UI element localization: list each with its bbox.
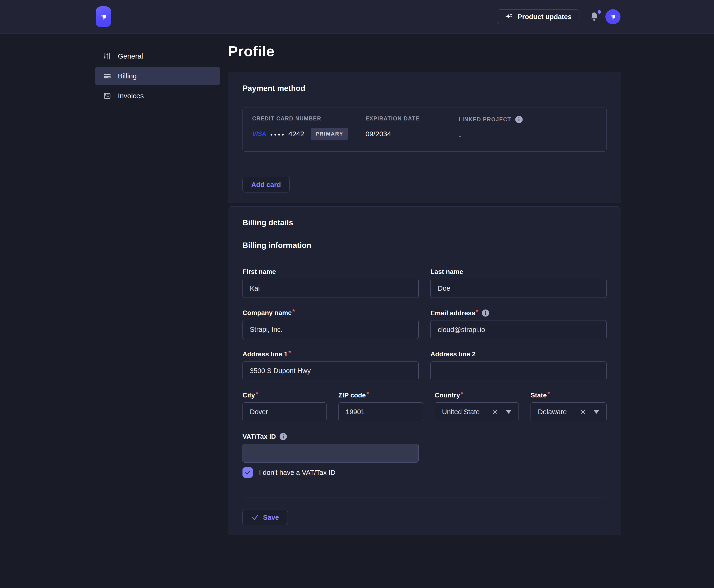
- country-field: Country * United State: [435, 392, 519, 421]
- input-value: Kai: [250, 285, 260, 292]
- divider: [243, 498, 607, 498]
- city-label: City *: [243, 392, 327, 399]
- settings-sidebar: General Billing: [95, 47, 220, 105]
- info-icon[interactable]: [515, 115, 523, 124]
- city-zip-country-state-row: City * Dover ZIP code * 19901 Country: [243, 392, 607, 421]
- header-actions: Product updates: [497, 9, 621, 24]
- credit-card-number-value: VISA •••• 4242 PRIMARY: [252, 127, 365, 141]
- required-asterisk: *: [547, 390, 550, 398]
- sparkles-icon: [505, 13, 513, 21]
- city-field: City * Dover: [243, 392, 327, 421]
- company-email-row: Company name * Strapi, Inc. Email addres…: [243, 309, 607, 339]
- user-avatar[interactable]: [605, 9, 621, 24]
- app-screen: Product updates: [0, 0, 714, 588]
- chevron-down-icon[interactable]: [506, 410, 511, 414]
- first-name-input[interactable]: Kai: [243, 279, 419, 298]
- chevron-down-icon[interactable]: [593, 410, 599, 414]
- company-name-field: Company name * Strapi, Inc.: [243, 309, 419, 339]
- zip-code-label: ZIP code *: [338, 392, 423, 399]
- last-name-input[interactable]: Doe: [430, 279, 607, 298]
- label-text: Country: [435, 392, 460, 399]
- notification-dot: [597, 10, 601, 14]
- address-line-2-label: Address line 2: [430, 351, 607, 358]
- label-text: Company name: [243, 309, 292, 317]
- first-name-label: First name: [243, 268, 419, 276]
- label-text: Address line 2: [430, 351, 476, 358]
- state-select[interactable]: Delaware: [530, 402, 607, 421]
- info-icon[interactable]: [279, 433, 287, 440]
- linked-project-header: LINKED PROJECT: [459, 115, 597, 124]
- state-label: State *: [530, 392, 607, 399]
- add-card-label: Add card: [251, 181, 281, 189]
- masked-dots: ••••: [270, 130, 286, 139]
- linked-project-value: -: [459, 129, 597, 142]
- clear-icon[interactable]: [580, 408, 587, 415]
- strapi-logo[interactable]: [96, 6, 111, 27]
- company-name-input[interactable]: Strapi, Inc.: [243, 320, 419, 339]
- card-last-digits: 4242: [288, 130, 304, 138]
- vat-checkbox-row: I don't have a VAT/Tax ID: [243, 467, 607, 478]
- billing-details-title: Billing details: [243, 218, 607, 227]
- credit-card-column: CREDIT CARD NUMBER VISA •••• 4242 PRIMAR…: [252, 115, 365, 142]
- first-name-field: First name Kai: [243, 268, 419, 298]
- last-name-label: Last name: [430, 268, 607, 276]
- clear-icon[interactable]: [491, 408, 499, 415]
- input-value: 3500 S Dupont Hwy: [250, 367, 311, 375]
- sidebar-item-label: General: [118, 52, 143, 60]
- product-updates-label: Product updates: [518, 13, 572, 21]
- country-select[interactable]: United State: [435, 402, 519, 421]
- zip-code-input[interactable]: 19901: [338, 402, 423, 421]
- sliders-icon: [103, 52, 111, 60]
- info-icon[interactable]: [482, 309, 489, 317]
- vat-checkbox[interactable]: [243, 467, 253, 478]
- visa-logo: VISA: [252, 130, 266, 138]
- label-text: Address line 1: [243, 351, 288, 358]
- country-label: Country *: [435, 392, 519, 399]
- last-name-field: Last name Doe: [430, 268, 607, 298]
- label-text: First name: [243, 268, 276, 276]
- sidebar-item-label: Invoices: [118, 92, 144, 100]
- select-value: Delaware: [538, 408, 567, 416]
- label-text: State: [530, 392, 547, 399]
- required-asterisk: *: [256, 390, 258, 398]
- save-button[interactable]: Save: [243, 510, 288, 525]
- address-line-1-label: Address line 1 *: [243, 351, 419, 358]
- label-text: ZIP code: [338, 392, 366, 399]
- required-asterisk: *: [366, 390, 369, 398]
- input-value: Dover: [250, 408, 268, 416]
- email-address-input[interactable]: cloud@strapi.io: [430, 320, 607, 339]
- billing-details-card: Billing details Billing information Firs…: [228, 206, 621, 535]
- label-text: City: [243, 392, 255, 399]
- linked-project-column: LINKED PROJECT -: [459, 115, 597, 142]
- add-card-button[interactable]: Add card: [243, 177, 290, 192]
- notifications-button[interactable]: [589, 11, 599, 22]
- address-line-2-input[interactable]: [430, 361, 607, 380]
- expiration-date-header: EXPIRATION DATE: [365, 115, 459, 122]
- vat-input[interactable]: [243, 444, 419, 463]
- select-value: United State: [442, 408, 480, 416]
- sidebar-item-billing[interactable]: Billing: [95, 67, 220, 85]
- check-icon: [251, 513, 259, 521]
- product-updates-button[interactable]: Product updates: [497, 9, 580, 24]
- input-value: cloud@strapi.io: [438, 326, 485, 334]
- sidebar-item-general[interactable]: General: [95, 47, 220, 65]
- input-value: Strapi, Inc.: [250, 326, 282, 333]
- address-line-1-input[interactable]: 3500 S Dupont Hwy: [243, 361, 419, 380]
- email-address-label: Email address *: [430, 309, 607, 317]
- address-row: Address line 1 * 3500 S Dupont Hwy Addre…: [243, 351, 607, 380]
- address-line-1-field: Address line 1 * 3500 S Dupont Hwy: [243, 351, 419, 380]
- label-text: Email address: [430, 309, 475, 317]
- vat-spacer: [430, 433, 607, 463]
- invoice-icon: [103, 92, 111, 100]
- sidebar-item-invoices[interactable]: Invoices: [95, 87, 220, 105]
- page-title: Profile: [228, 43, 274, 60]
- required-asterisk: *: [288, 349, 291, 357]
- primary-badge: PRIMARY: [311, 128, 348, 140]
- expiration-date-value: 09/2034: [365, 127, 459, 141]
- label-text: VAT/Tax ID: [243, 433, 276, 440]
- required-asterisk: *: [293, 308, 295, 315]
- zip-code-field: ZIP code * 19901: [338, 392, 423, 421]
- city-input[interactable]: Dover: [243, 402, 327, 421]
- expiration-column: EXPIRATION DATE 09/2034: [365, 115, 459, 142]
- input-value: 19901: [346, 408, 365, 416]
